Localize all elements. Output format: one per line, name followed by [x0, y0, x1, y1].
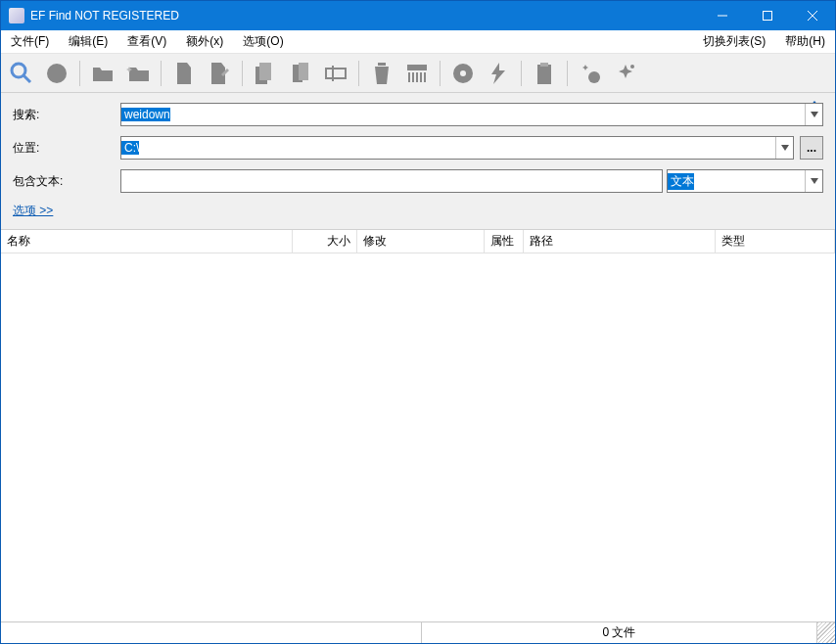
- duplicate-icon[interactable]: [286, 59, 315, 88]
- status-bar: 0 文件: [1, 621, 835, 643]
- resize-grip-icon[interactable]: [817, 622, 835, 643]
- contain-input-field[interactable]: [121, 171, 662, 191]
- app-icon: [9, 8, 24, 23]
- svg-rect-7: [537, 65, 551, 84]
- menu-extra[interactable]: 额外(x): [176, 30, 233, 53]
- text-type-combo[interactable]: 文本: [667, 169, 823, 193]
- title-bar: EF Find NOT REGISTERED: [1, 1, 835, 30]
- location-combo[interactable]: C:\: [120, 136, 794, 160]
- svg-point-6: [460, 70, 466, 76]
- menu-file[interactable]: 文件(F): [1, 30, 59, 53]
- trash-icon[interactable]: [367, 59, 396, 88]
- svg-point-10: [630, 65, 634, 69]
- location-value: C:\: [121, 141, 139, 155]
- menu-options[interactable]: 选项(O): [233, 30, 293, 53]
- file-icon[interactable]: [169, 59, 199, 88]
- col-attribute[interactable]: 属性: [485, 230, 524, 253]
- col-type[interactable]: 类型: [716, 230, 835, 253]
- col-name[interactable]: 名称: [1, 230, 293, 253]
- col-path[interactable]: 路径: [524, 230, 716, 253]
- window-title: EF Find NOT REGISTERED: [30, 9, 179, 23]
- more-options-link[interactable]: 选项 >>: [13, 203, 53, 219]
- col-size[interactable]: 大小: [293, 230, 357, 253]
- toolbar: [1, 54, 835, 93]
- minimize-button[interactable]: [700, 1, 745, 30]
- svg-rect-0: [764, 12, 772, 21]
- search-panel: 搜索: weidown 位置: C:\ ... 包含文本: 文本 选项 >>: [1, 93, 835, 230]
- col-modified[interactable]: 修改: [357, 230, 485, 253]
- search-icon[interactable]: [7, 59, 36, 88]
- disc-icon[interactable]: [448, 59, 478, 88]
- menu-edit[interactable]: 编辑(E): [59, 30, 117, 53]
- close-button[interactable]: [790, 1, 835, 30]
- search-value: weidown: [121, 108, 170, 121]
- svg-rect-4: [378, 63, 386, 66]
- menu-bar: 文件(F) 编辑(E) 查看(V) 额外(x) 选项(O) 切换列表(S) 帮助…: [1, 30, 835, 54]
- svg-rect-8: [540, 63, 548, 67]
- rename-icon[interactable]: [321, 59, 350, 88]
- search-label: 搜索:: [13, 107, 120, 123]
- maximize-button[interactable]: [745, 1, 790, 30]
- sparkle-tool-icon[interactable]: [576, 59, 605, 88]
- menu-switch-list[interactable]: 切换列表(S): [693, 30, 775, 53]
- chevron-down-icon[interactable]: [805, 170, 822, 192]
- folder-sparkle-icon[interactable]: [123, 59, 153, 88]
- menu-view[interactable]: 查看(V): [117, 30, 176, 53]
- browse-button[interactable]: ...: [800, 136, 823, 160]
- location-label: 位置:: [13, 140, 120, 157]
- sparkle-burst-icon[interactable]: [611, 59, 640, 88]
- stop-icon[interactable]: [42, 59, 71, 88]
- chevron-down-icon[interactable]: [805, 104, 822, 125]
- folder-icon[interactable]: [88, 59, 117, 88]
- shred-icon[interactable]: [402, 59, 432, 88]
- results-area: 名称 大小 修改 属性 路径 类型: [1, 230, 835, 621]
- table-header: 名称 大小 修改 属性 路径 类型: [1, 230, 835, 253]
- search-combo[interactable]: weidown: [120, 103, 823, 126]
- clipboard-icon[interactable]: [530, 59, 559, 88]
- status-left: [1, 622, 422, 643]
- contain-text-input[interactable]: [120, 169, 663, 193]
- status-files: 0 文件: [422, 622, 817, 643]
- file-edit-icon[interactable]: [205, 59, 234, 88]
- svg-point-1: [12, 64, 25, 77]
- results-body: [1, 253, 835, 621]
- copy-icon[interactable]: [251, 59, 280, 88]
- menu-help[interactable]: 帮助(H): [775, 30, 835, 53]
- contain-label: 包含文本:: [13, 173, 120, 190]
- svg-point-9: [588, 71, 600, 83]
- chevron-down-icon[interactable]: [775, 137, 793, 159]
- svg-rect-3: [326, 69, 346, 78]
- text-type-value: 文本: [668, 173, 694, 190]
- svg-point-2: [47, 64, 67, 83]
- bolt-icon[interactable]: [484, 59, 513, 88]
